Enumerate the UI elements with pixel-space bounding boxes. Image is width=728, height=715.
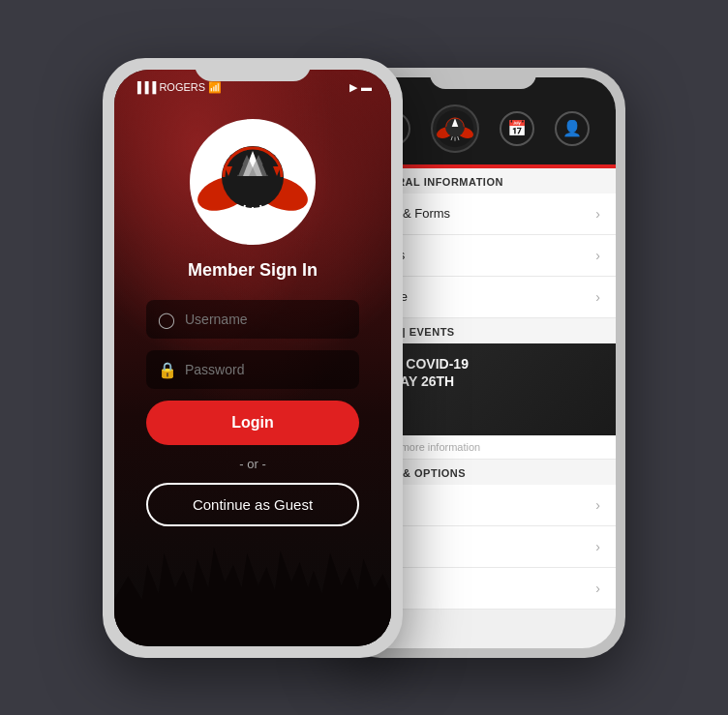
phone-left-screen: ▐▐▐ ROGERS 📶 ▶ ▬ [114, 70, 391, 646]
calendar-icon-btn[interactable]: 📅 [500, 111, 534, 146]
svg-point-14 [238, 218, 244, 223]
or-divider: - or - [239, 457, 265, 471]
user-icon: ◯ [158, 310, 175, 328]
phones-container: ▐▐▐ ROGERS 📶 ▶ ▬ [74, 39, 654, 677]
carrier-info: ▐▐▐ ROGERS 📶 [134, 81, 222, 94]
phone-left-notch [195, 58, 311, 81]
profile-icon: 👤 [562, 119, 582, 137]
guest-button[interactable]: Continue as Guest [146, 483, 359, 526]
signal-bars: ▐▐▐ [134, 81, 156, 93]
battery-icon: ▬ [361, 81, 372, 93]
phone-right-notch [430, 68, 536, 89]
chevron-right-icon: › [595, 289, 600, 305]
carrier-name: ROGERS [159, 81, 205, 93]
password-input[interactable] [146, 350, 359, 389]
chevron-right-icon: › [595, 206, 600, 222]
sign-in-title: Member Sign In [188, 260, 318, 281]
chevron-right-icon: › [595, 497, 600, 513]
username-input[interactable] [146, 300, 359, 339]
app-logo [190, 119, 316, 245]
status-right: ▶ ▬ [349, 81, 372, 94]
svg-point-15 [250, 220, 256, 225]
chevron-right-icon: › [595, 248, 600, 263]
svg-point-16 [261, 218, 267, 223]
lock-icon: 🔒 [158, 360, 177, 378]
calendar-icon: 📅 [507, 119, 527, 137]
chevron-right-icon: › [595, 581, 600, 596]
password-wrapper: 🔒 [146, 350, 359, 389]
login-content: Member Sign In ◯ 🔒 Login - or - Continue… [114, 100, 391, 526]
username-wrapper: ◯ [146, 300, 359, 339]
header-logo [431, 104, 479, 153]
login-button[interactable]: Login [146, 401, 359, 445]
profile-icon-btn[interactable]: 👤 [555, 111, 590, 146]
wifi-icon: 📶 [208, 81, 222, 94]
location-icon: ▶ [349, 81, 357, 94]
chevron-right-icon: › [595, 539, 600, 554]
phone-login: ▐▐▐ ROGERS 📶 ▶ ▬ [103, 58, 403, 658]
